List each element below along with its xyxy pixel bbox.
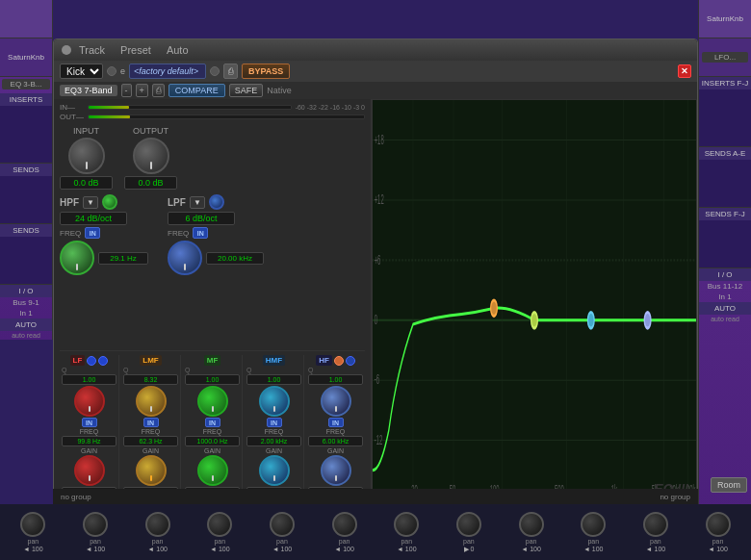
track-select[interactable]: Kick xyxy=(60,64,103,79)
hpf-freq-value: 29.1 Hz xyxy=(98,252,148,265)
room-button[interactable]: Room xyxy=(711,474,747,493)
compare-button[interactable]: COMPARE xyxy=(168,84,225,97)
eq-type-label: EQ3 7-Band xyxy=(60,85,117,96)
safe-button[interactable]: SAFE xyxy=(229,84,264,97)
hpf-label: HPF xyxy=(60,197,79,208)
input-label: INPUT xyxy=(73,126,99,136)
mixer-knob-4-value: ◄ 100 xyxy=(210,546,230,552)
hmf-gain-knob[interactable] xyxy=(259,455,290,486)
mixer-knob-1-value: ◄ 100 xyxy=(23,546,43,552)
lpf-dropdown[interactable]: ▼ xyxy=(190,196,205,209)
mixer-knob-5-label: pan xyxy=(276,538,288,545)
right-io-label: I / O xyxy=(699,268,751,281)
hmf-freq-knob[interactable] xyxy=(259,386,290,417)
hpf-dropdown[interactable]: ▼ xyxy=(83,196,98,209)
eq-graph: +18 +12 +6 0 -6 -12 xyxy=(372,99,697,501)
lmf-gain-knob[interactable] xyxy=(136,455,167,486)
lf-toggle1[interactable] xyxy=(87,356,96,366)
lf-in-btn[interactable]: IN xyxy=(82,418,97,427)
hf-toggle1[interactable] xyxy=(334,356,344,366)
lf-toggle2[interactable] xyxy=(98,356,108,366)
output-knob[interactable] xyxy=(133,138,169,174)
output-value: 0.0 dB xyxy=(124,176,177,190)
mf-gain-knob[interactable] xyxy=(197,455,228,486)
mixer-knob-7-knob[interactable] xyxy=(394,512,419,537)
hpf-knob[interactable] xyxy=(60,241,94,275)
lmf-freq-knob[interactable] xyxy=(136,386,167,417)
out-label: OUT— xyxy=(60,113,84,121)
mixer-knob-10-knob[interactable] xyxy=(581,512,606,537)
mixer-knob-6-label: pan xyxy=(339,538,350,545)
lmf-label: LMF xyxy=(140,355,161,366)
mixer-knob-11-knob[interactable] xyxy=(643,512,668,537)
mixer-knob-4-label: pan xyxy=(214,538,225,545)
hf-in-btn[interactable]: IN xyxy=(328,418,344,427)
hpf-slope: 24 dB/oct xyxy=(60,212,127,225)
plus-button[interactable]: + xyxy=(136,84,148,97)
minus-button[interactable]: - xyxy=(121,84,132,97)
mf-freq-knob[interactable] xyxy=(197,386,228,417)
mixer-knob-6-knob[interactable] xyxy=(332,512,357,537)
hf-band: HF Q 1.00 IN FREQ 6.00 kHz GAIN xyxy=(306,355,365,497)
mf-in-btn[interactable]: IN xyxy=(205,418,220,427)
left-io-label: I / O xyxy=(0,285,52,297)
bottom-mixer: pan ◄ 100 pan ◄ 100 pan ◄ 100 pan ◄ 100 … xyxy=(0,504,751,560)
bypass-button[interactable]: BYPASS xyxy=(242,64,290,79)
mixer-knob-9: pan ◄ 100 xyxy=(519,512,544,552)
right-sends-fj-label: SENDS F-J xyxy=(699,208,751,220)
lmf-gain-label: GAIN xyxy=(142,447,159,454)
mixer-knob-5-knob[interactable] xyxy=(270,512,295,537)
lpf-enable-btn[interactable] xyxy=(209,194,224,210)
hf-toggle2[interactable] xyxy=(346,356,355,366)
mixer-knob-12-value: ◄ 100 xyxy=(708,546,728,552)
right-auto-label: AUTO xyxy=(699,302,751,315)
lf-freq-knob[interactable] xyxy=(74,386,105,417)
lpf-in-btn[interactable]: IN xyxy=(193,227,208,239)
hmf-label: HMF xyxy=(263,355,285,366)
auto-section: Auto xyxy=(167,44,189,56)
mixer-knob-11-value: ◄ 100 xyxy=(646,546,666,552)
hf-freq-knob[interactable] xyxy=(321,386,351,417)
mixer-knob-7: pan ◄ 100 xyxy=(394,512,419,552)
mixer-knob-12-knob[interactable] xyxy=(706,512,731,537)
mixer-knob-3-knob[interactable] xyxy=(145,512,170,537)
mixer-knob-4-knob[interactable] xyxy=(207,512,232,537)
lpf-section: LPF ▼ 6 dB/oct FREQ IN xyxy=(168,194,264,275)
input-section: INPUT 0.0 dB xyxy=(60,126,113,190)
lmf-in-btn[interactable]: IN xyxy=(143,418,159,427)
hf-gain-knob[interactable] xyxy=(321,455,351,486)
mixer-knob-9-label: pan xyxy=(526,538,537,545)
lpf-freq-row: FREQ IN xyxy=(168,227,264,239)
mixer-knob-6: pan ◄ 100 xyxy=(332,512,357,552)
lpf-knob[interactable] xyxy=(168,241,202,275)
hf-gain-label: GAIN xyxy=(327,447,344,454)
filter-row: HPF ▼ 24 dB/oct FREQ IN xyxy=(60,192,365,277)
lpf-freq-value: 20.00 kHz xyxy=(206,252,264,265)
hmf-in-btn[interactable]: IN xyxy=(267,418,282,427)
hpf-in-btn[interactable]: IN xyxy=(85,227,100,239)
hpf-header: HPF ▼ xyxy=(60,194,148,210)
mixer-knob-9-knob[interactable] xyxy=(519,512,544,537)
right-saturn-label: SaturnKnb xyxy=(707,14,743,23)
track-label: Track xyxy=(79,44,105,56)
no-group-label-right: no group xyxy=(660,493,690,501)
lf-freq-value: 99.8 Hz xyxy=(62,436,117,446)
auto-print-btn[interactable]: ⎙ xyxy=(223,64,238,79)
window-close-dot[interactable] xyxy=(62,45,71,55)
close-button[interactable]: ✕ xyxy=(678,64,691,78)
print-button[interactable]: ⎙ xyxy=(152,84,165,97)
mixer-knob-2-knob[interactable] xyxy=(83,512,108,537)
input-knob[interactable] xyxy=(68,138,105,174)
mixer-knob-1-label: pan xyxy=(27,538,39,545)
mixer-knob-1-knob[interactable] xyxy=(20,512,45,537)
hmf-freq-value: 2.00 kHz xyxy=(246,436,301,446)
hpf-enable-btn[interactable] xyxy=(102,194,117,210)
mixer-knob-8-label: pan xyxy=(463,538,475,545)
lf-gain-knob[interactable] xyxy=(74,455,105,486)
main-container: SaturnKnb EQ 3-B... INSERTS SENDS SENDS … xyxy=(0,0,751,560)
mf-q-value: 1.00 xyxy=(185,374,240,385)
plugin-window: Track Preset Auto Kick e <factory defaul… xyxy=(53,38,698,502)
mixer-knob-8-knob[interactable] xyxy=(456,512,481,537)
left-saturn-label: SaturnKnb xyxy=(8,53,44,62)
hf-label: HF xyxy=(316,355,332,366)
